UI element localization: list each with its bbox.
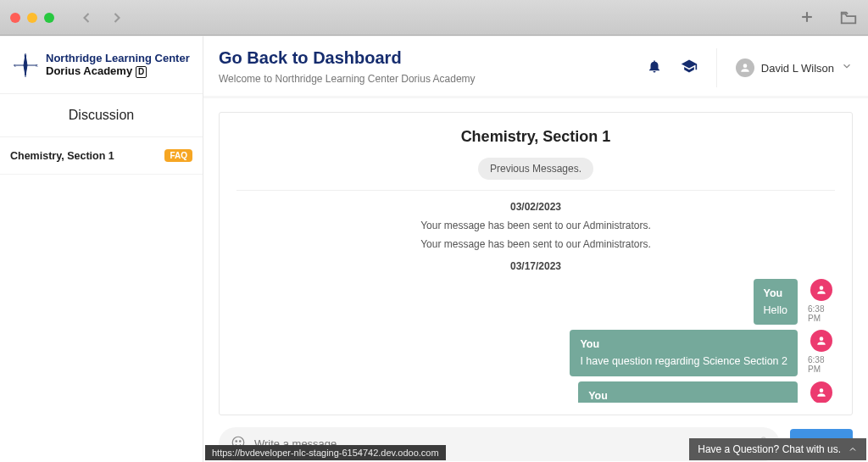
previous-messages-button[interactable]: Previous Messages. bbox=[478, 158, 593, 180]
da-mark-icon: D bbox=[136, 66, 147, 78]
user-avatar-icon bbox=[736, 58, 754, 77]
user-menu[interactable]: David L Wilson bbox=[716, 48, 853, 87]
discussion-panel: Chemistry, Section 1 Previous Messages. … bbox=[219, 112, 853, 415]
panel-title: Chemistry, Section 1 bbox=[228, 128, 843, 146]
svg-point-10 bbox=[240, 440, 242, 442]
window-controls bbox=[10, 13, 54, 23]
forward-button[interactable] bbox=[108, 9, 125, 26]
system-message: Your message has been sent to our Admini… bbox=[236, 220, 835, 231]
faq-badge[interactable]: FAQ bbox=[164, 149, 192, 162]
sender-avatar-icon bbox=[810, 330, 832, 352]
graduation-cap-icon[interactable] bbox=[681, 58, 698, 78]
message-bubble: You I have question regarding Science Se… bbox=[570, 330, 798, 376]
svg-point-9 bbox=[236, 440, 237, 442]
system-message: Your message has been sent to our Admini… bbox=[236, 238, 835, 250]
message-text: I have question regarding Science Sectio… bbox=[580, 353, 787, 369]
brand-line2: Dorius Academy bbox=[46, 64, 132, 77]
sidebar-course-item[interactable]: Chemistry, Section 1 FAQ bbox=[0, 137, 203, 175]
back-button[interactable] bbox=[78, 9, 95, 26]
browser-chrome bbox=[0, 0, 868, 36]
main-header: Go Back to Dashboard Welcome to Northrid… bbox=[203, 36, 868, 98]
sender-avatar-icon bbox=[810, 279, 832, 301]
chevron-down-icon bbox=[841, 60, 853, 75]
message-author: You bbox=[588, 388, 787, 404]
svg-text:N: N bbox=[25, 53, 27, 58]
notifications-bell-icon[interactable] bbox=[647, 58, 662, 77]
status-bar-url: https://bvdeveloper-nlc-staging-6154742.… bbox=[205, 445, 446, 460]
message-time: 6:38 PM bbox=[808, 355, 835, 374]
svg-text:C: C bbox=[36, 64, 38, 68]
brand-line1: Northridge Learning Center bbox=[46, 52, 190, 65]
sender-avatar-icon bbox=[810, 381, 832, 404]
svg-marker-4 bbox=[24, 55, 27, 75]
message-bubble: You Hello bbox=[754, 279, 798, 325]
sidebar: NCL Northridge Learning Center Dorius Ac… bbox=[0, 36, 203, 462]
new-tab-button[interactable] bbox=[798, 8, 815, 27]
sidebar-heading: Discussion bbox=[0, 94, 203, 137]
brand-logo[interactable]: NCL Northridge Learning Center Dorius Ac… bbox=[0, 36, 203, 94]
dashboard-link[interactable]: Go Back to Dashboard bbox=[219, 48, 476, 68]
message-author: You bbox=[580, 337, 787, 352]
message-author: You bbox=[764, 286, 788, 301]
message-row: You Hello 6:38 PM bbox=[236, 279, 835, 325]
date-separator: 03/02/2023 bbox=[236, 201, 835, 213]
brand-text: Northridge Learning Center Dorius Academ… bbox=[46, 52, 190, 79]
minimize-window-button[interactable] bbox=[27, 13, 37, 23]
close-window-button[interactable] bbox=[10, 13, 20, 23]
main-area: Go Back to Dashboard Welcome to Northrid… bbox=[203, 36, 868, 462]
message-bubble: You Let me know when you can help me wit… bbox=[578, 381, 798, 404]
message-row: You Let me know when you can help me wit… bbox=[236, 381, 835, 404]
welcome-text: Welcome to Northridge Learning Center Do… bbox=[219, 73, 476, 85]
messages-list: 03/02/2023 Your message has been sent to… bbox=[228, 191, 843, 403]
message-row: You I have question regarding Science Se… bbox=[236, 330, 835, 376]
support-chat-widget[interactable]: Have a Question? Chat with us. bbox=[689, 438, 866, 460]
sidebar-course-label: Chemistry, Section 1 bbox=[10, 150, 114, 162]
message-text: Hello bbox=[764, 303, 788, 318]
date-separator: 03/17/2023 bbox=[236, 260, 835, 272]
maximize-window-button[interactable] bbox=[44, 13, 54, 23]
support-chat-label: Have a Question? Chat with us. bbox=[698, 443, 841, 455]
folder-icon[interactable] bbox=[839, 8, 858, 27]
chevron-up-icon bbox=[848, 444, 858, 454]
message-time: 6:38 PM bbox=[808, 304, 835, 323]
user-name: David L Wilson bbox=[761, 62, 834, 75]
compass-logo-icon: NCL bbox=[12, 52, 39, 79]
